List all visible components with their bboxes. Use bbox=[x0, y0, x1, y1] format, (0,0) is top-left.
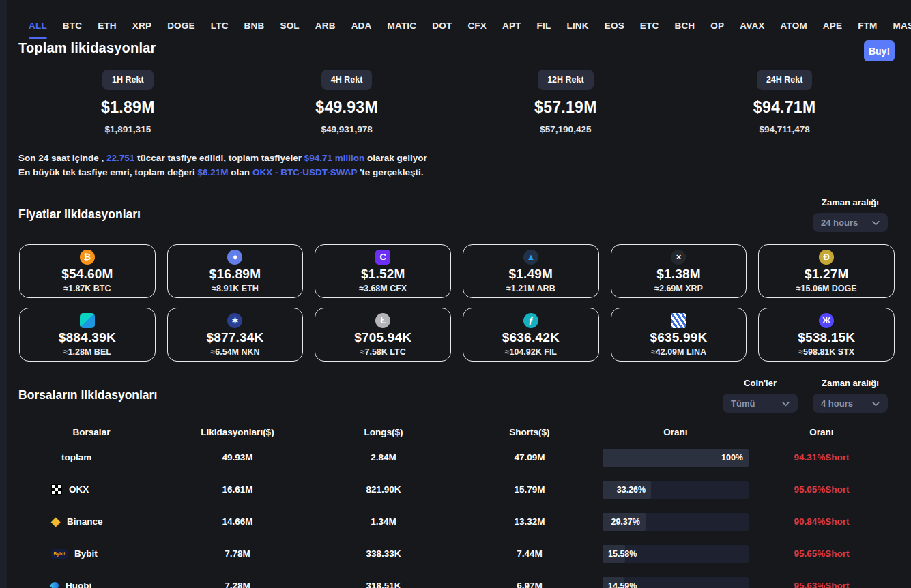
btc-coin-icon: ₿ bbox=[80, 250, 95, 265]
summary-text: olarak geliyor bbox=[364, 153, 427, 163]
summary-highlight: OKX - BTC-USDT-SWAP bbox=[252, 167, 358, 177]
nav-item-bnb[interactable]: BNB bbox=[244, 20, 265, 39]
nav-item-bch[interactable]: BCH bbox=[674, 20, 695, 39]
coin-card-fil[interactable]: ƒ$636.42K≈104.92K FIL bbox=[463, 308, 599, 362]
nav-item-matic[interactable]: MATIC bbox=[388, 20, 417, 39]
nav-item-op[interactable]: OP bbox=[710, 20, 724, 39]
doge-coin-icon: Ð bbox=[819, 250, 834, 265]
nav-item-fil[interactable]: FIL bbox=[537, 20, 551, 39]
cfx-coin-icon: C bbox=[375, 250, 390, 265]
nav-item-link[interactable]: LINK bbox=[566, 20, 588, 39]
longs-value: 1.34M bbox=[310, 516, 457, 527]
okx-exchange-icon bbox=[51, 484, 62, 495]
coin-card-xrp[interactable]: ×$1.38M≈2.69M XRP bbox=[611, 244, 747, 298]
bybit-exchange-icon: Bybit bbox=[51, 549, 68, 559]
coin-liquidation-value: $877.34K bbox=[206, 330, 263, 345]
coin-card-arb[interactable]: ▲$1.49M≈1.21M ARB bbox=[463, 244, 599, 298]
coin-card-stx[interactable]: Ж$538.15K≈598.81K STX bbox=[758, 308, 895, 362]
coin-liquidation-value: $1.38M bbox=[656, 267, 701, 282]
coin-ticker-nav: ALLBTCETHXRPDOGELTCBNBSOLARBADAMATICDOTC… bbox=[0, 0, 911, 39]
liquidations-value: 49.93M bbox=[164, 452, 310, 462]
nav-item-all[interactable]: ALL bbox=[29, 20, 47, 39]
summary-highlight: $6.21M bbox=[198, 167, 229, 177]
nav-item-eth[interactable]: ETH bbox=[98, 20, 117, 39]
shorts-value: 13.32M bbox=[457, 516, 603, 527]
total-value: $49.93M bbox=[237, 98, 457, 117]
coin-liquidation-cards: ₿$54.60M≈1.87K BTC♦$16.89M≈8.91K ETHC$1.… bbox=[19, 244, 895, 362]
coin-liquidation-amount: ≈3.68M CFX bbox=[359, 284, 407, 293]
nav-item-eos[interactable]: EOS bbox=[605, 20, 624, 39]
coin-card-bel[interactable]: $884.39K≈1.28M BEL bbox=[19, 308, 156, 362]
total-stat-4h-rekt: 4H Rekt$49.93M$49,931,978 bbox=[237, 70, 457, 134]
time-range-dropdown[interactable]: 24 hours bbox=[813, 213, 888, 232]
nav-item-ftm[interactable]: FTM bbox=[858, 20, 877, 39]
liquidations-value: 7.78M bbox=[164, 548, 310, 559]
rekt-badge: 12H Rekt bbox=[538, 70, 594, 90]
column-header: Oranı bbox=[603, 427, 749, 437]
nav-item-arb[interactable]: ARB bbox=[315, 20, 336, 39]
nav-item-sol[interactable]: SOL bbox=[280, 20, 299, 39]
exchange-name: OKX bbox=[69, 484, 89, 495]
short-ratio-value: 94.31%Short bbox=[749, 452, 895, 462]
coins-filter-dropdown[interactable]: Tümü bbox=[723, 394, 798, 413]
coin-card-ltc[interactable]: Ł$705.94K≈7.58K LTC bbox=[315, 308, 451, 362]
nav-item-ltc[interactable]: LTC bbox=[211, 20, 229, 39]
nav-item-dot[interactable]: DOT bbox=[432, 20, 452, 39]
coin-liquidation-amount: ≈7.58K LTC bbox=[360, 347, 406, 357]
coin-liquidation-amount: ≈1.21M ARB bbox=[506, 284, 555, 293]
time-range-label: Zaman aralığı bbox=[822, 197, 879, 207]
coin-card-eth[interactable]: ♦$16.89M≈8.91K ETH bbox=[167, 244, 304, 298]
total-stat-24h-rekt: 24H Rekt$94.71M$94,711,478 bbox=[675, 70, 894, 134]
longs-value: 821.90K bbox=[310, 484, 457, 495]
ratio-bar: 100% bbox=[603, 449, 749, 467]
nav-item-xrp[interactable]: XRP bbox=[132, 20, 151, 39]
coin-liquidation-value: $636.42K bbox=[502, 330, 560, 345]
coin-card-btc[interactable]: ₿$54.60M≈1.87K BTC bbox=[19, 244, 156, 298]
ratio-bar-label: 100% bbox=[721, 449, 743, 467]
left-edge-strip bbox=[0, 0, 7, 588]
exchanges-section-title: Borsaların likidasyonları bbox=[18, 388, 157, 402]
table-row-huobi: Huobi7.28M318.51K6.97M14.59%95.63%Short bbox=[18, 570, 911, 588]
nav-item-etc[interactable]: ETC bbox=[640, 20, 659, 39]
table-header-row: BorsalarLikidasyonları($)Longs($)Shorts(… bbox=[18, 422, 911, 441]
nav-item-avax[interactable]: AVAX bbox=[740, 20, 764, 39]
nav-item-doge[interactable]: DOGE bbox=[167, 20, 195, 39]
table-row-okx: OKX16.61M821.90K15.79M33.26%95.05%Short bbox=[18, 473, 911, 505]
total-exact-value: $94,711,478 bbox=[675, 124, 894, 134]
rekt-badge: 24H Rekt bbox=[757, 70, 813, 90]
exchanges-time-range-label: Zaman aralığı bbox=[822, 378, 879, 388]
nav-item-ape[interactable]: APE bbox=[823, 20, 842, 39]
coin-card-cfx[interactable]: C$1.52M≈3.68M CFX bbox=[315, 244, 451, 298]
nav-item-cfx[interactable]: CFX bbox=[467, 20, 487, 39]
nav-item-atom[interactable]: ATOM bbox=[781, 20, 807, 39]
exchanges-time-range-dropdown[interactable]: 4 hours bbox=[813, 394, 888, 413]
coin-card-doge[interactable]: Ð$1.27M≈15.06M DOGE bbox=[758, 244, 895, 298]
binance-exchange-icon: ◆ bbox=[51, 516, 60, 527]
coin-card-lina[interactable]: $635.99K≈42.09M LINA bbox=[611, 308, 747, 362]
coin-liquidation-amount: ≈598.81K STX bbox=[798, 347, 854, 357]
ratio-bar: 15.58% bbox=[603, 545, 749, 563]
summary-line: En büyük tek tasfiye emri, toplam değeri… bbox=[18, 165, 893, 179]
column-header: Shorts($) bbox=[457, 427, 603, 437]
longs-value: 338.33K bbox=[310, 548, 457, 559]
nav-item-btc[interactable]: BTC bbox=[63, 20, 82, 39]
xrp-coin-icon: × bbox=[671, 250, 686, 265]
table-row-toplam: toplam49.93M2.84M47.09M100%94.31%Short bbox=[18, 441, 911, 473]
summary-text: tüccar tasfiye edildi, toplam tasfiyeler bbox=[134, 153, 304, 163]
shorts-value: 15.79M bbox=[457, 484, 603, 495]
total-value: $57.19M bbox=[457, 98, 676, 117]
summary-highlight: 22.751 bbox=[106, 153, 134, 163]
chevron-down-icon bbox=[782, 398, 790, 409]
buy-button[interactable]: Buy! bbox=[864, 40, 895, 61]
total-exact-value: $1,891,315 bbox=[18, 124, 237, 134]
nav-item-apt[interactable]: APT bbox=[502, 20, 521, 39]
shorts-value: 47.09M bbox=[457, 452, 603, 462]
coin-card-nkn[interactable]: ∗$877.34K≈6.54M NKN bbox=[167, 308, 304, 362]
coin-liquidation-value: $884.39K bbox=[59, 330, 116, 345]
nkn-coin-icon: ∗ bbox=[227, 313, 242, 328]
coin-liquidation-value: $1.49M bbox=[509, 267, 553, 282]
ratio-bar-label: 14.59% bbox=[608, 577, 637, 588]
nav-item-ada[interactable]: ADA bbox=[351, 20, 372, 39]
nav-item-mask[interactable]: MASK bbox=[893, 20, 911, 39]
exchange-name: Huobi bbox=[66, 580, 91, 588]
